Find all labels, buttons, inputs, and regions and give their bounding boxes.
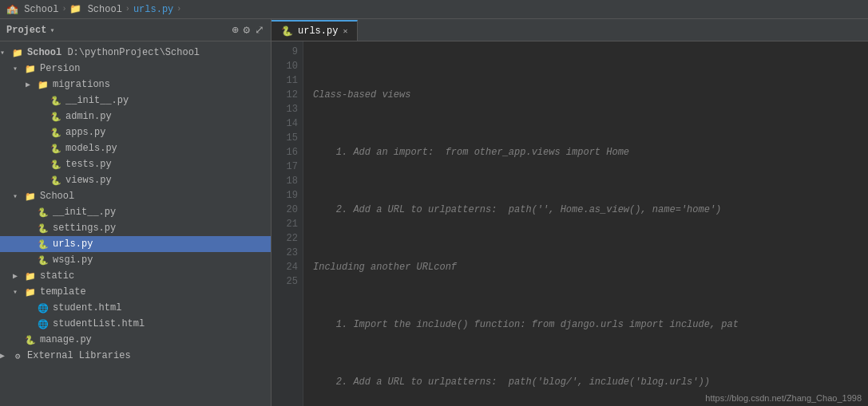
watermark: https://blog.csdn.net/Zhang_Chao_1998 — [705, 393, 862, 403]
project-tree: ▾ 📁 School D:\pythonProject\School ▾ 📁 P… — [0, 41, 271, 406]
toolbar-actions: ⊕ ⚙ ⤢ — [232, 23, 264, 37]
label-ext-libs: External Libraries — [27, 350, 131, 361]
line-numbers: 9 10 11 12 13 14 15 16 17 18 19 20 21 22… — [271, 41, 303, 406]
tree-item-school-folder[interactable]: ▾ 📁 School — [0, 188, 271, 204]
tab-icon-py: 🐍 — [281, 26, 293, 37]
tree-item-ext-libs[interactable]: ▶ ⚙ External Libraries — [0, 348, 271, 364]
label-studentlist-html: studentList.html — [53, 318, 145, 329]
label-manage: manage.py — [40, 334, 92, 345]
title-bar: 🏫 School › 📁 School › urls.py › — [0, 0, 868, 19]
label-admin: admin.py — [65, 111, 112, 122]
sidebar-toolbar: Project ▾ ⊕ ⚙ ⤢ — [0, 19, 271, 41]
py-icon-urls: 🐍 — [37, 238, 50, 250]
label-school-folder: School — [40, 191, 74, 202]
html-icon-student: 🌐 — [37, 302, 50, 313]
py-icon-tests: 🐍 — [50, 159, 62, 170]
tree-item-settings[interactable]: 🐍 settings.py — [0, 220, 271, 236]
py-icon-wsgi: 🐍 — [37, 254, 50, 266]
code-area: Class-based views 1. Add an import: from… — [303, 41, 868, 406]
sidebar: Project ▾ ⊕ ⚙ ⤢ ▾ 📁 School D:\pythonProj… — [0, 19, 271, 406]
breadcrumb-urls[interactable]: urls.py — [133, 4, 173, 15]
tree-item-urls[interactable]: 🐍 urls.py — [0, 236, 271, 252]
py-icon-models: 🐍 — [50, 143, 62, 154]
label-apps: apps.py — [65, 127, 105, 138]
tree-item-init1[interactable]: 🐍 __init__.py — [0, 93, 271, 108]
tree-item-views[interactable]: 🐍 views.py — [0, 172, 271, 188]
code-line-10: 1. Add an import: from other_app.views i… — [313, 145, 858, 160]
arrow-persion: ▾ — [13, 64, 24, 73]
tree-item-studentlist-html[interactable]: 🌐 studentList.html — [0, 316, 271, 332]
label-init2: __init__.py — [53, 207, 116, 218]
tree-item-school-root[interactable]: ▾ 📁 School D:\pythonProject\School — [0, 45, 271, 61]
breadcrumb: 🏫 School › 📁 School › urls.py › — [6, 3, 181, 15]
editor-area: 🐍 urls.py ✕ 9 10 11 12 13 14 15 16 17 18… — [271, 19, 868, 406]
arrow-migrations: ▶ — [26, 80, 37, 89]
folder-icon-template: 📁 — [24, 286, 37, 298]
tree-item-tests[interactable]: 🐍 tests.py — [0, 156, 271, 172]
py-icon-init1: 🐍 — [50, 95, 62, 106]
tree-item-manage[interactable]: 🐍 manage.py — [0, 332, 271, 348]
tree-item-admin[interactable]: 🐍 admin.py — [0, 108, 271, 124]
label-wsgi: wsgi.py — [53, 254, 93, 266]
arrow-static: ▶ — [13, 271, 24, 281]
tree-item-template[interactable]: ▾ 📁 template — [0, 284, 271, 300]
folder-icon-school-root: 📁 — [11, 47, 24, 58]
toolbar-add-icon[interactable]: ⊕ — [232, 23, 238, 37]
project-dropdown-icon[interactable]: ▾ — [50, 26, 54, 35]
py-icon-views: 🐍 — [50, 175, 62, 186]
label-urls: urls.py — [53, 238, 93, 250]
label-settings: settings.py — [53, 223, 116, 234]
tab-urls-py[interactable]: 🐍 urls.py ✕ — [271, 20, 358, 41]
html-icon-studentlist: 🌐 — [37, 318, 50, 329]
libs-icon: ⚙ — [11, 350, 24, 361]
tab-label-urls: urls.py — [298, 26, 338, 37]
tree-item-student-html[interactable]: 🌐 student.html — [0, 300, 271, 316]
code-line-12: Including another URLconf — [313, 260, 858, 274]
breadcrumb-sep2: › — [125, 5, 130, 14]
project-label: Project — [6, 25, 46, 36]
breadcrumb-sep3: › — [176, 5, 181, 14]
py-icon-init2: 🐍 — [37, 207, 50, 218]
label-persion: Persion — [40, 63, 80, 74]
code-line-11: 2. Add a URL to urlpatterns: path('', Ho… — [313, 203, 858, 217]
editor-tabs: 🐍 urls.py ✕ — [271, 19, 868, 41]
label-migrations: migrations — [53, 79, 110, 90]
code-line-14: 2. Add a URL to urlpatterns: path('blog/… — [313, 375, 858, 389]
tree-item-static[interactable]: ▶ 📁 static — [0, 268, 271, 284]
py-icon-admin: 🐍 — [50, 111, 62, 122]
py-icon-apps: 🐍 — [50, 127, 62, 138]
arrow-template: ▾ — [13, 287, 24, 297]
tab-close-icon[interactable]: ✕ — [343, 26, 347, 36]
code-line-9: Class-based views — [313, 88, 858, 102]
label-tests: tests.py — [65, 159, 112, 170]
toolbar-expand-icon[interactable]: ⤢ — [255, 23, 264, 37]
breadcrumb-sep1: › — [61, 5, 66, 14]
breadcrumb-school2[interactable]: 📁 School — [69, 3, 121, 15]
label-static: static — [40, 270, 74, 282]
label-template: template — [40, 286, 86, 298]
folder-icon-migrations: 📁 — [37, 79, 50, 90]
arrow-ext-libs: ▶ — [0, 351, 11, 361]
tree-item-persion[interactable]: ▾ 📁 Persion — [0, 61, 271, 77]
code-line-13: 1. Import the include() function: from d… — [313, 317, 858, 332]
tree-item-models[interactable]: 🐍 models.py — [0, 140, 271, 156]
breadcrumb-school1[interactable]: 🏫 School — [6, 3, 58, 15]
label-student-html: student.html — [53, 302, 121, 313]
toolbar-settings-icon[interactable]: ⚙ — [244, 23, 250, 37]
label-init1: __init__.py — [65, 95, 129, 106]
editor-content[interactable]: 9 10 11 12 13 14 15 16 17 18 19 20 21 22… — [271, 41, 868, 406]
folder-icon-persion: 📁 — [24, 63, 37, 74]
folder-icon-school: 📁 — [24, 191, 37, 202]
tree-item-apps[interactable]: 🐍 apps.py — [0, 124, 271, 140]
tree-item-wsgi[interactable]: 🐍 wsgi.py — [0, 252, 271, 268]
arrow-school-folder: ▾ — [13, 191, 24, 201]
label-models: models.py — [65, 143, 117, 154]
tree-item-init2[interactable]: 🐍 __init__.py — [0, 204, 271, 220]
py-icon-manage: 🐍 — [24, 334, 37, 345]
folder-icon-static: 📁 — [24, 270, 37, 282]
tree-item-migrations[interactable]: ▶ 📁 migrations — [0, 77, 271, 93]
label-school-root: School D:\pythonProject\School — [27, 47, 200, 58]
label-views: views.py — [65, 175, 112, 186]
py-icon-settings: 🐍 — [37, 223, 50, 234]
arrow-school-root: ▾ — [0, 48, 11, 57]
